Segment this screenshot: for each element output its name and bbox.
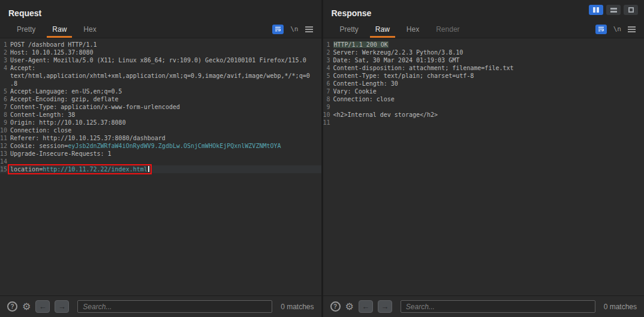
code-line[interactable]: 1POST /dashboard HTTP/1.1 [0,41,321,49]
line-number: 7 [0,103,10,111]
line-number [0,72,10,80]
tab-pretty[interactable]: Pretty [332,20,367,38]
code-line[interactable]: 13Upgrade-Insecure-Requests: 1 [0,150,321,158]
code-line[interactable]: 8Content-Length: 38 [0,111,321,119]
request-title: Request [8,8,41,18]
code-text: Host: 10.10.125.37:8080 [10,49,93,56]
request-tabs: PrettyRawHex [8,20,105,38]
text-cursor [148,166,149,172]
response-tabs: PrettyRawHexRender [332,20,468,38]
line-number: 5 [323,72,333,80]
line-number: 8 [323,95,333,103]
line-number: 1 [0,41,10,49]
code-line[interactable]: 4Accept: [0,64,321,72]
code-line[interactable]: 4Content-disposition: attachment; filena… [323,64,644,72]
code-text: Accept-Language: en-US,en;q=0.5 [10,87,122,95]
help-icon[interactable]: ? [330,301,341,312]
line-number: 9 [323,103,333,111]
code-line[interactable]: 14 [0,158,321,165]
tab-raw[interactable]: Raw [367,20,398,38]
line-number: 5 [0,87,10,95]
code-text: Connection: close [10,126,71,134]
code-text: Connection: close [333,95,395,103]
line-number: 1 [323,41,333,49]
code-line[interactable]: text/html,application/xhtml+xml,applicat… [0,72,321,80]
code-text: text/html,application/xhtml+xml,applicat… [10,72,310,80]
repeater-window: Request PrettyRawHex \n 1POST /dashboard… [0,0,644,317]
code-line[interactable]: 3User-Agent: Mozilla/5.0 (X11; Linux x86… [0,56,321,64]
code-line[interactable]: 7Content-Type: application/x-www-form-ur… [0,103,321,111]
code-line[interactable]: .8 [0,80,321,87]
code-line[interactable]: 5Content-Type: text/plain; charset=utf-8 [323,72,644,80]
search-input[interactable] [77,300,272,313]
response-editor[interactable]: 1HTTP/1.1 200 OK2Server: Werkzeug/2.2.3 … [323,38,644,295]
tab-hex[interactable]: Hex [75,20,104,38]
line-number: 11 [0,134,10,142]
code-line[interactable]: 15location=http://10.11.72.22/index.html [0,165,321,173]
tab-hex[interactable]: Hex [398,20,428,38]
menu-icon[interactable] [628,26,636,32]
code-line[interactable]: 8Connection: close [323,95,644,103]
code-text: Origin: http://10.10.125.37:8080 [10,119,126,126]
help-icon[interactable]: ? [7,301,17,312]
search-next-button[interactable]: → [378,300,392,313]
line-number: 10 [0,126,10,134]
code-text: Server: Werkzeug/2.2.3 Python/3.8.10 [333,49,464,56]
line-number: 2 [323,49,333,56]
code-line[interactable]: 11Referer: http://10.10.125.37:8080/dash… [0,134,321,142]
code-text: Content-Type: text/plain; charset=utf-8 [333,72,474,80]
code-line[interactable]: 2Server: Werkzeug/2.2.3 Python/3.8.10 [323,49,644,56]
search-settings-gear-icon[interactable]: ⚙ [22,302,31,312]
single-layout-button[interactable] [624,5,638,15]
highlighted-code-text: location=http://10.11.72.22/index.html [9,165,151,173]
search-prev-button[interactable]: ← [35,300,50,313]
code-line[interactable]: 1HTTP/1.1 200 OK [323,41,644,49]
line-number: 2 [0,49,10,56]
match-count: 0 matches [604,303,637,311]
code-line[interactable]: 11 [323,119,644,126]
word-wrap-icon[interactable] [595,25,607,34]
response-tabbar: PrettyRawHexRender \n [323,20,644,38]
code-text: Content-Length: 30 [333,80,398,87]
code-line[interactable]: 5Accept-Language: en-US,en;q=0.5 [0,87,321,95]
response-statusbar: ? ⚙ ← → 0 matches [323,295,644,317]
code-line[interactable]: 6Content-Length: 30 [323,80,644,87]
columns-layout-button[interactable] [589,5,603,15]
menu-icon[interactable] [305,26,313,32]
code-line[interactable]: 10<h2>Internal dev storage</h2> [323,111,644,119]
line-number: 4 [323,64,333,72]
code-line[interactable]: 9Origin: http://10.10.125.37:8080 [0,119,321,126]
newline-toggle-icon[interactable]: \n [613,25,621,33]
code-line[interactable]: 2Host: 10.10.125.37:8080 [0,49,321,56]
code-line[interactable]: 7Vary: Cookie [323,87,644,95]
newline-toggle-icon[interactable]: \n [290,25,298,33]
layout-toggle-buttons [589,5,638,15]
code-text: Content-Length: 38 [10,111,75,119]
code-text: Accept-Encoding: gzip, deflate [10,95,119,103]
single-layout-icon [628,7,634,13]
code-line[interactable]: 9 [323,103,644,111]
search-prev-button[interactable]: ← [359,300,373,313]
line-number: 12 [0,142,10,150]
rows-layout-icon [610,8,617,10]
code-line[interactable]: 6Accept-Encoding: gzip, deflate [0,95,321,103]
search-input[interactable] [401,300,595,313]
code-line[interactable]: 12Cookie: session=eyJsb2dnZWRfaW4iOnRydW… [0,142,321,150]
code-line[interactable]: 10Connection: close [0,126,321,134]
code-text: Content-disposition: attachment; filenam… [333,64,514,72]
tab-pretty[interactable]: Pretty [8,20,44,38]
request-editor[interactable]: 1POST /dashboard HTTP/1.12Host: 10.10.12… [0,38,321,295]
search-settings-gear-icon[interactable]: ⚙ [345,302,354,312]
search-next-button[interactable]: → [55,300,69,313]
code-text: Cookie: session=eyJsb2dnZWRfaW4iOnRydWV9… [10,142,281,150]
word-wrap-icon[interactable] [272,25,284,34]
line-number [0,80,10,87]
word-wrap-glyph [598,26,604,32]
request-panel-header: Request [0,0,321,20]
tab-render[interactable]: Render [428,20,468,38]
rows-layout-button[interactable] [606,5,621,15]
line-number: 6 [0,95,10,103]
tab-raw[interactable]: Raw [44,20,75,38]
code-line[interactable]: 3Date: Sat, 30 Mar 2024 01:19:03 GMT [323,56,644,64]
line-number: 14 [0,158,10,165]
